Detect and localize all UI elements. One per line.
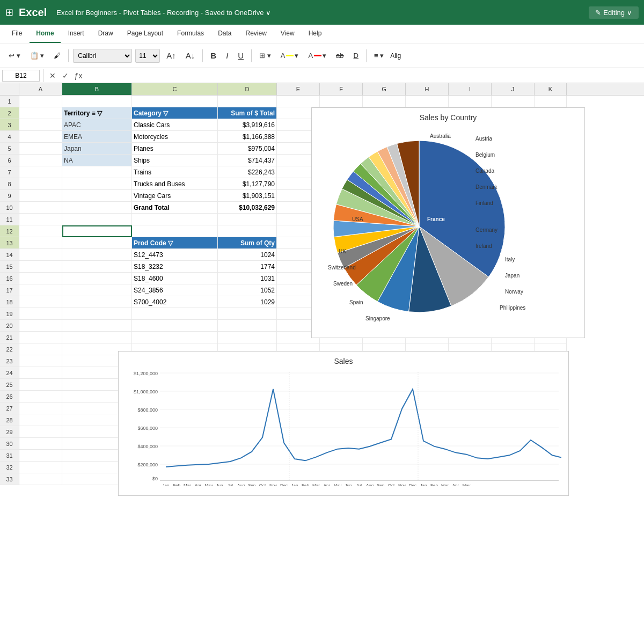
cell-a11[interactable] (19, 214, 62, 225)
cell-j2[interactable] (492, 107, 535, 119)
row-num-18[interactable]: 18 (0, 296, 19, 308)
cell-k6[interactable] (535, 155, 567, 166)
cell-d6[interactable]: $714,437 (218, 155, 277, 166)
cell-b10[interactable] (62, 202, 132, 214)
cell-k10[interactable] (535, 202, 567, 214)
cell-k9[interactable] (535, 190, 567, 202)
cell-h12[interactable] (406, 225, 449, 237)
cell-c10[interactable]: Grand Total (132, 202, 218, 214)
cell-c9[interactable]: Vintage Cars (132, 190, 218, 202)
cell-g18[interactable] (363, 296, 406, 308)
cell-k17[interactable] (535, 284, 567, 296)
cell-d14[interactable]: 1024 (218, 249, 277, 261)
cell-b6[interactable]: NA (62, 155, 132, 166)
cell-a17[interactable] (19, 284, 62, 296)
cell-j6[interactable] (492, 155, 535, 166)
cell-e14[interactable] (277, 249, 320, 261)
cell-c2[interactable]: Category ▽ (132, 107, 218, 119)
cell-f18[interactable] (320, 296, 363, 308)
cell-d11[interactable] (218, 214, 277, 225)
formula-input[interactable] (86, 70, 642, 82)
cell-k5[interactable] (535, 143, 567, 155)
cell-b18[interactable] (62, 296, 132, 308)
cell-f8[interactable] (320, 178, 363, 190)
cell-g14[interactable] (363, 249, 406, 261)
cell-j7[interactable] (492, 166, 535, 178)
cell-b11[interactable] (62, 214, 132, 225)
cell-k12[interactable] (535, 225, 567, 237)
cell-e17[interactable] (277, 284, 320, 296)
cell-f11[interactable] (320, 214, 363, 225)
col-header-f[interactable]: F (320, 83, 363, 95)
cell-e6[interactable] (277, 155, 320, 166)
cell-g1[interactable] (363, 96, 406, 107)
cell-f6[interactable] (320, 155, 363, 166)
cell-d1[interactable] (218, 96, 277, 107)
cell-h11[interactable] (406, 214, 449, 225)
clipboard-button[interactable]: 📋 ▾ (27, 50, 48, 61)
cell-f1[interactable] (320, 96, 363, 107)
cell-c12[interactable] (132, 225, 218, 237)
cell-i1[interactable] (449, 96, 492, 107)
cell-c8[interactable]: Trucks and Buses (132, 178, 218, 190)
row-num-17[interactable]: 17 (0, 284, 19, 296)
cell-d8[interactable]: $1,127,790 (218, 178, 277, 190)
row-num-12[interactable]: 12 (0, 225, 19, 237)
cell-f2[interactable] (320, 107, 363, 119)
row-num-14[interactable]: 14 (0, 249, 19, 261)
cell-h8[interactable] (406, 178, 449, 190)
row-num-3[interactable]: 3 (0, 119, 19, 131)
cell-d2[interactable]: Sum of $ Total (218, 107, 277, 119)
cell-c5[interactable]: Planes (132, 143, 218, 155)
cell-c3[interactable]: Classic Cars (132, 119, 218, 131)
col-header-i[interactable]: I (449, 83, 492, 95)
cell-h10[interactable] (406, 202, 449, 214)
cell-c17[interactable]: S24_3856 (132, 284, 218, 296)
cell-k3[interactable] (535, 119, 567, 131)
cell-a12[interactable] (19, 225, 62, 237)
row-num-15[interactable]: 15 (0, 261, 19, 273)
cell-i4[interactable] (449, 131, 492, 143)
cell-a8[interactable] (19, 178, 62, 190)
cell-j12[interactable] (492, 225, 535, 237)
cell-d7[interactable]: $226,243 (218, 166, 277, 178)
cell-j18[interactable] (492, 296, 535, 308)
cell-f15[interactable] (320, 261, 363, 273)
cell-g12[interactable] (363, 225, 406, 237)
cell-b5[interactable]: Japan (62, 143, 132, 155)
cell-a9[interactable] (19, 190, 62, 202)
cell-a14[interactable] (19, 249, 62, 261)
cell-j14[interactable] (492, 249, 535, 261)
cell-a1[interactable] (19, 96, 62, 107)
col-header-g[interactable]: G (363, 83, 406, 95)
cell-i11[interactable] (449, 214, 492, 225)
cell-i15[interactable] (449, 261, 492, 273)
bold-button[interactable]: B (207, 49, 219, 62)
cell-c7[interactable]: Trains (132, 166, 218, 178)
align-button[interactable]: ≡ ▾ (371, 50, 387, 61)
cell-b16[interactable] (62, 273, 132, 284)
cell-j13[interactable] (492, 237, 535, 249)
cell-i13[interactable] (449, 237, 492, 249)
row-num-8[interactable]: 8 (0, 178, 19, 190)
cell-h18[interactable] (406, 296, 449, 308)
cell-g5[interactable] (363, 143, 406, 155)
cell-j10[interactable] (492, 202, 535, 214)
col-header-a[interactable]: A (19, 83, 62, 95)
cell-e2[interactable] (277, 107, 320, 119)
row-num-1[interactable]: 1 (0, 96, 19, 107)
cell-d15[interactable]: 1774 (218, 261, 277, 273)
cell-f17[interactable] (320, 284, 363, 296)
cell-k1[interactable] (535, 96, 567, 107)
cell-i7[interactable] (449, 166, 492, 178)
cell-e12[interactable] (277, 225, 320, 237)
cell-g11[interactable] (363, 214, 406, 225)
cell-d9[interactable]: $1,903,151 (218, 190, 277, 202)
cancel-formula-button[interactable]: ✕ (47, 71, 58, 80)
cell-j15[interactable] (492, 261, 535, 273)
cell-b7[interactable] (62, 166, 132, 178)
cell-d17[interactable]: 1052 (218, 284, 277, 296)
cell-f10[interactable] (320, 202, 363, 214)
tab-data[interactable]: Data (211, 25, 238, 43)
cell-k8[interactable] (535, 178, 567, 190)
